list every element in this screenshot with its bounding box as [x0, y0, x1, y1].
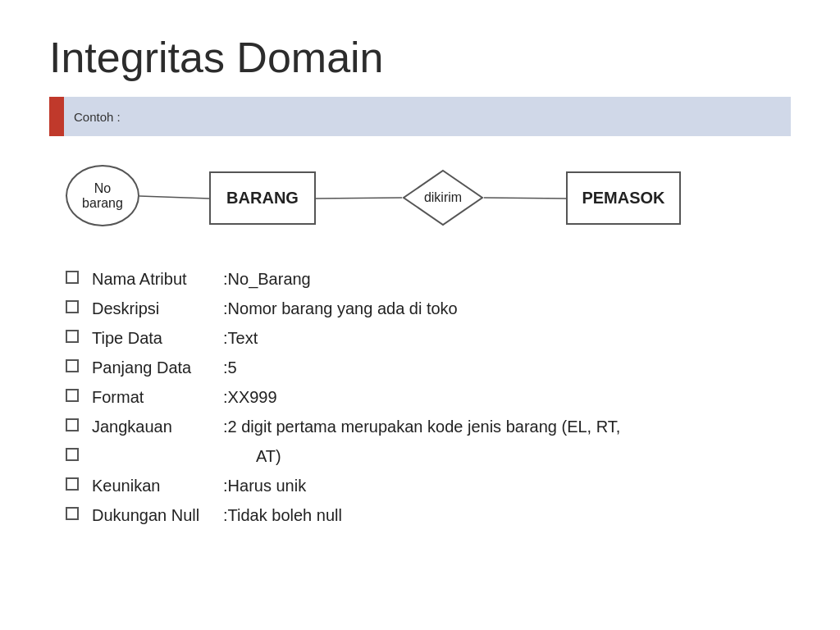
bullet-label: Jangkauan [92, 415, 223, 438]
bullet-value: Text [228, 326, 258, 349]
rect-pemasok: PEMASOK [566, 171, 681, 225]
bullet-label: Dukungan Null [92, 504, 223, 527]
diamond-dikirim-label: dikirim [402, 169, 484, 226]
bullet-checkbox [66, 507, 79, 520]
svg-line-2 [484, 198, 566, 199]
bullet-label: Nama Atribut [92, 267, 223, 290]
list-item: Nama Atribut : No_Barang [66, 267, 791, 290]
bullet-checkbox [66, 448, 79, 461]
bullet-value: Nomor barang yang ada di toko [228, 297, 458, 320]
bullet-label: Tipe Data [92, 326, 223, 349]
bullet-value: 5 [228, 356, 237, 379]
bullet-label: Keunikan [92, 474, 223, 497]
bullet-value: Tidak boleh null [228, 504, 342, 527]
list-item: Deskripsi : Nomor barang yang ada di tok… [66, 297, 791, 320]
attribute-list: Nama Atribut : No_Barang Deskripsi : Nom… [66, 267, 791, 527]
bullet-indent-value: AT) [256, 445, 281, 468]
bullet-label: Format [92, 386, 223, 409]
list-item: Tipe Data : Text [66, 326, 791, 349]
list-item: Dukungan Null : Tidak boleh null [66, 504, 791, 527]
bullet-checkbox [66, 271, 79, 284]
accent-bar: Contoh : [49, 97, 791, 136]
bullet-value: 2 digit pertama merupakan kode jenis bar… [228, 415, 621, 438]
page-title: Integritas Domain [49, 33, 791, 82]
svg-line-1 [316, 198, 402, 199]
bullet-value: No_Barang [228, 267, 311, 290]
bullet-label: Deskripsi [92, 297, 223, 320]
list-item: Jangkauan : 2 digit pertama merupakan ko… [66, 415, 791, 438]
bullet-checkbox [66, 389, 79, 402]
list-item: Format : XX999 [66, 386, 791, 409]
diagram-area: No barang BARANG dikirim PEMASOK [49, 153, 791, 243]
bullet-value: XX999 [228, 386, 277, 409]
rect-barang: BARANG [209, 171, 316, 225]
contoh-label: Contoh : [64, 97, 791, 136]
ellipse-no-barang: No barang [66, 165, 139, 226]
bullet-checkbox [66, 477, 79, 491]
slide: Integritas Domain Contoh : No barang BAR… [0, 0, 840, 630]
bullet-checkbox [66, 300, 79, 313]
bullet-value: Harus unik [228, 474, 307, 497]
list-item: Panjang Data : 5 [66, 356, 791, 379]
bullet-checkbox [66, 418, 79, 431]
bullet-checkbox [66, 330, 79, 343]
svg-line-0 [139, 196, 209, 199]
bullet-label: Panjang Data [92, 356, 223, 379]
bullet-checkbox [66, 359, 79, 372]
list-item: AT) [66, 445, 791, 468]
accent-red-bar [49, 97, 64, 136]
list-item: Keunikan : Harus unik [66, 474, 791, 497]
